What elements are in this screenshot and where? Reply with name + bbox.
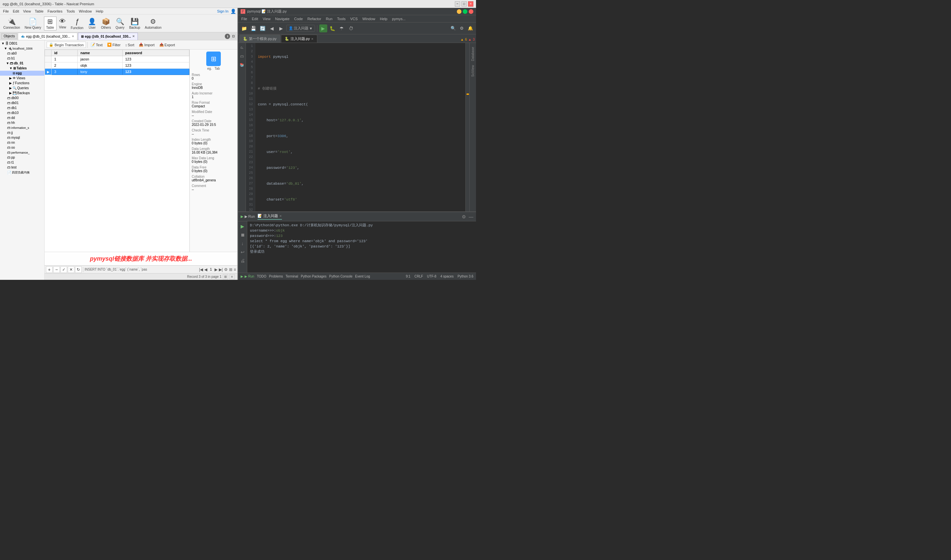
py-menu-code[interactable]: Code [292,16,305,22]
tree-information[interactable]: 🗃information_s [0,125,44,130]
tree-egg[interactable]: ⊞egg [0,71,44,75]
status-python-packages-btn[interactable]: Python Packages [301,275,327,278]
connection-btn[interactable]: 🔌 Connection [2,17,22,30]
py-debug-btn[interactable]: 🐛 [328,25,336,32]
max-button[interactable]: □ [461,2,467,7]
tree-test[interactable]: 🗃test [0,165,44,170]
py-tab-active[interactable]: 🐍 注入问题.py ✕ [281,35,318,43]
py-sync-btn[interactable]: 🔄 [259,25,267,32]
sign-in-link[interactable]: Sign In [217,9,228,13]
tree-db10[interactable]: 🗃db10 [0,110,44,115]
py-close-btn[interactable] [469,9,473,14]
run-play-btn[interactable]: ▶ [239,223,246,230]
run-stop-btn[interactable]: ⏹ [239,231,246,238]
tree-oo[interactable]: 🗃oo [0,145,44,150]
tree-views[interactable]: ▶👁Views [0,75,44,81]
run-label[interactable]: ▶ ▶ Run [240,214,255,219]
last-page-btn[interactable]: ▶| [219,267,223,272]
sort-btn[interactable]: ↕ Sort [123,42,136,48]
run-print-btn[interactable]: 🖨 [239,257,246,264]
user-btn[interactable]: 👤 User [86,17,98,30]
export-btn[interactable]: 📤 Export [158,42,177,48]
py-search-btn[interactable]: 🔍 [450,25,457,32]
menu-help[interactable]: Help [94,9,105,13]
next-page-btn[interactable]: ▶ [214,267,217,272]
py-menu-navigate[interactable]: Navigate [273,16,291,22]
learn-icon[interactable]: 📚 [239,62,245,68]
py-menu-refactor[interactable]: Refactor [305,16,323,22]
tree-localhost[interactable]: ▼🔌localhost_3306 [0,46,44,51]
py-menu-view[interactable]: View [261,16,273,22]
status-python-console-btn[interactable]: Python Console [329,275,353,278]
project-icon[interactable]: P [239,44,245,51]
py-menu-edit[interactable]: Edit [250,16,260,22]
cross-btn[interactable]: ✕ [68,266,74,273]
run-wrap-btn[interactable]: ↩ [239,248,246,256]
tab-1[interactable]: 🐟 egg @db_01 (localhost_330... ✕ [18,33,77,40]
tree-db_01[interactable]: ▼🗃db_01 [0,61,44,66]
objects-button[interactable]: Objects [2,33,17,39]
menu-view[interactable]: View [22,9,33,13]
prev-page-btn[interactable]: ◀ [204,267,207,272]
tree-functions[interactable]: ▶ƒFunctions [0,81,44,86]
list-icon[interactable]: ≡ [230,274,235,280]
tree-db1[interactable]: 🗃db1 [0,105,44,110]
py-settings-btn[interactable]: ⚙ [458,25,465,32]
add-row-btn[interactable]: + [46,266,52,273]
import-btn[interactable]: 📥 Import [137,42,156,48]
text-btn[interactable]: 📝 Text [89,42,104,48]
menu-tools[interactable]: Tools [65,9,77,13]
py-coverage-btn[interactable]: ☂ [338,25,346,32]
status-terminal-btn[interactable]: Terminal [285,275,298,278]
grid-view-btn[interactable]: ⊞ [229,267,233,272]
status-todo-btn[interactable]: TODO [257,275,267,278]
info-btn[interactable]: ℹ [225,34,230,39]
py-notification-btn[interactable]: 🔔 [467,25,474,32]
filter-btn[interactable]: 🔽 Filter [105,42,122,48]
py-run-btn[interactable]: ▶ [319,25,327,32]
py-forward-btn[interactable]: ▶ [277,25,285,32]
backup-btn[interactable]: 💾 Backup [127,17,142,30]
tree-b1[interactable]: 🗃b1 [0,56,44,61]
py-tab-first[interactable]: 🐍 第一个模块.py.py [239,35,280,43]
automation-btn[interactable]: ⚙ Automation [143,17,163,30]
query-btn[interactable]: 🔍 Query [113,17,126,30]
form-view-btn[interactable]: ≡ [234,267,236,272]
refresh-btn[interactable]: ↻ [75,266,82,273]
database-side-tab[interactable]: Database [470,46,475,62]
tree-t1[interactable]: 🗃t1 [0,160,44,165]
tick-btn[interactable]: ✓ [60,266,67,273]
grid-icon[interactable]: ⊞ [223,274,228,280]
others-btn[interactable]: 📦 Others [99,17,113,30]
run-tab-active[interactable]: 📝 注入问题 ✕ [257,214,282,220]
min-button[interactable]: − [455,2,460,7]
table-row[interactable]: 2 objk 123 [45,62,190,69]
py-min-btn[interactable] [457,9,461,14]
sciview-side-tab[interactable]: SciView [470,64,475,78]
py-menu-pymysql[interactable]: pymys... [390,16,408,22]
status-run-btn[interactable]: ▶ ▶ Run [240,275,254,278]
run-step-btn[interactable]: ↓ [239,240,246,247]
py-save-btn[interactable]: 💾 [249,25,257,32]
py-profile-btn[interactable]: ⏱ [347,25,355,32]
tree-ab0[interactable]: 🗃ab0 [0,51,44,56]
function-btn[interactable]: ƒ Function [69,17,85,31]
py-menu-help[interactable]: Help [378,16,389,22]
tree-performance[interactable]: 🗃performance_ [0,150,44,155]
table-row[interactable]: 1 jaosn 123 [45,56,190,62]
py-folder-btn[interactable]: 📁 [240,25,248,32]
py-back-btn[interactable]: ◀ [268,25,276,32]
menu-table[interactable]: Table [33,9,45,13]
table-btn[interactable]: ⊞ Table [44,17,57,31]
menu-favorites[interactable]: Favorites [46,9,64,13]
tree-db01b[interactable]: 🗃db01 [0,100,44,105]
tree-jj[interactable]: 🗃jj [0,130,44,135]
tab-close-icon[interactable]: ✕ [311,37,314,41]
py-user-dropdown[interactable]: 👤注入问题▼ [286,25,315,32]
tree-hh[interactable]: 🗃hh [0,120,44,125]
menu-file[interactable]: File [2,9,11,13]
database-icon[interactable]: 🗃 [239,53,245,60]
view-btn[interactable]: 👁 View [57,17,68,30]
tree-load-balance[interactable]: 📄四层负载均衡 [0,170,44,175]
tree-backups[interactable]: ▶💾Backups [0,91,44,95]
